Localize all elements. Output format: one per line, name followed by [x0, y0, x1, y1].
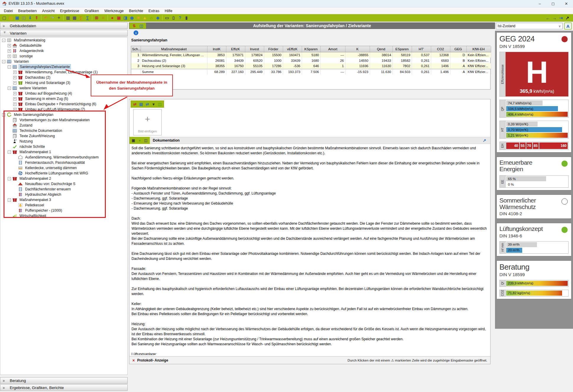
tree-item[interactable]: +Einbau Dachgaube + Fensterertüchtigung …	[0, 101, 127, 107]
record-icon[interactable]: ●	[109, 15, 115, 21]
back-icon[interactable]: ←	[545, 15, 551, 21]
house-check-icon[interactable]: ⌂	[148, 15, 154, 21]
tree-item[interactable]: Außendämmung, Wärmedämmverbundsystem	[0, 155, 127, 160]
clipboard-icon[interactable]: ▤	[138, 101, 144, 107]
tree-item[interactable]: Zustand	[0, 123, 127, 128]
undo-icon[interactable]: ↶	[43, 15, 49, 21]
sun-icon[interactable]: ☀	[135, 15, 141, 21]
column-header[interactable]: Invest	[245, 46, 264, 52]
efficiency-class-button[interactable]: A	[564, 22, 572, 30]
new-file-icon[interactable]: ▢	[1, 15, 7, 21]
menu-ansicht[interactable]: Ansicht	[39, 8, 57, 14]
collapse-icon[interactable]: -	[8, 87, 11, 90]
help-icon[interactable]: ?	[177, 15, 183, 21]
save-text-icon[interactable]: ▣	[131, 138, 136, 143]
menu-berichte[interactable]: Berichte	[126, 8, 146, 14]
column-header[interactable]: K	[345, 46, 370, 52]
sidebar-section-gebaeudedaten[interactable]: » Gebäudedaten	[0, 22, 128, 29]
table-row[interactable]: 2Dachausbau (2)2608134439605201000334391…	[131, 58, 491, 63]
table-row[interactable]: 3Heizung und Solaranlage (3)383551675055…	[131, 63, 491, 69]
copy-text-icon[interactable]: ◫	[143, 138, 149, 143]
report-data-icon[interactable]: ▦	[72, 15, 77, 21]
column-header[interactable]: Amort	[320, 46, 345, 52]
expand-icon[interactable]: +	[13, 103, 17, 106]
tree-item[interactable]: -Varianten	[0, 59, 127, 64]
tree-item[interactable]: Dachflächenfenster erneuern	[0, 187, 127, 192]
column-header[interactable]: Sch...	[131, 46, 141, 52]
tree-item[interactable]: Wirtschaftlichkeit	[0, 213, 127, 218]
state-selector[interactable]: Ist-Zustand ∨	[496, 23, 563, 29]
expand-icon[interactable]: +	[8, 49, 11, 53]
collapse-icon[interactable]: -	[2, 39, 5, 42]
variant-sync-icon[interactable]: ⇅	[131, 23, 137, 28]
open-file-icon[interactable]: ▤	[8, 15, 14, 21]
menu-datei[interactable]: Datei	[1, 8, 15, 14]
forward-icon[interactable]: →	[551, 15, 557, 21]
menu-extras[interactable]: Extras	[146, 8, 162, 14]
tree-item[interactable]: Pelletkessel	[0, 203, 127, 208]
close-button[interactable]: ✕	[560, 0, 573, 7]
tree-item[interactable]: +Anlagentechnik	[0, 48, 127, 54]
tree-item[interactable]: Texte Zukunft/Heizung	[0, 133, 127, 139]
collapse-icon[interactable]: -	[2, 60, 5, 63]
tree-item[interactable]: Kellerdecke, unterseitig dämmen	[0, 165, 127, 171]
globe-icon[interactable]: ◉	[129, 15, 135, 21]
column-header[interactable]: HT'	[412, 46, 431, 52]
image-placeholder[interactable]: + Bild einfügen	[133, 109, 162, 135]
table-row[interactable]: Summe68.289227.160295.44933.786193.3737.…	[131, 69, 491, 74]
tree-item[interactable]: Hydraulischer Abgleich	[0, 192, 127, 197]
table-row[interactable]: 1Wärmedämmung, Fenster, Lüftungsan ...38…	[131, 52, 491, 58]
dropdown-arrow-icon[interactable]: ▾	[151, 101, 156, 107]
goto-end-icon[interactable]: ⇥	[558, 15, 564, 21]
column-header[interactable]: EffizK	[226, 46, 245, 52]
expand-icon[interactable]: +	[13, 97, 17, 101]
collapse-icon[interactable]: -	[8, 177, 11, 180]
expand-icon[interactable]: +	[13, 76, 17, 79]
expand-icon[interactable]: +	[13, 71, 17, 74]
tree-item[interactable]: Neuaufbau von: Dachschräge S	[0, 181, 127, 187]
variant-window-icon[interactable]: ◫	[138, 23, 145, 28]
menu-ergebnisse[interactable]: Ergebnisse	[57, 8, 82, 14]
info-icon[interactable]: i	[134, 30, 138, 35]
transfer-variant-icon[interactable]: ⇄	[145, 101, 150, 107]
variants-table[interactable]: Sch...MaßnahmepaketInstKEffizKInvestFörd…	[131, 46, 491, 74]
tree-item[interactable]: +Sanierung in einem Zug (5)	[0, 96, 127, 101]
structure-icon[interactable]: ⊞	[94, 15, 100, 21]
tree-item[interactable]: -Maßnahmenkatalog	[0, 38, 127, 43]
tree-item[interactable]: +Umbau auf Luft/Luft-Wärmepumpe (7)	[0, 107, 127, 112]
column-header[interactable]: CO2	[431, 46, 450, 52]
tree-item[interactable]: Technische Dokumentation	[0, 128, 127, 133]
monitor-icon[interactable]: ▭	[164, 15, 170, 21]
tree-list-icon[interactable]: ≡	[100, 15, 106, 21]
redo-icon[interactable]: ↷	[49, 15, 55, 21]
maximize-button[interactable]: ◻	[546, 0, 560, 7]
expand-icon[interactable]: +	[13, 81, 17, 85]
column-header[interactable]: Maßnahmepaket	[141, 46, 207, 52]
menu-grafiken[interactable]: Grafiken	[82, 8, 102, 14]
collapse-icon[interactable]: -	[2, 113, 5, 116]
export-icon[interactable]: ⇑	[34, 15, 40, 21]
sidebar-section-varianten[interactable]: » Varianten	[0, 30, 128, 36]
collapse-icon[interactable]: -	[8, 150, 11, 154]
tree-item[interactable]: +Wärmedämmung, Fenster, Lüftungsanlage (…	[0, 69, 127, 75]
wizard-icon[interactable]: ＋	[56, 15, 62, 21]
import-icon[interactable]: ⇓	[27, 15, 33, 21]
expand-icon[interactable]: +	[8, 44, 11, 47]
tree-item[interactable]: -Maßnahmenpaket 2	[0, 176, 127, 181]
tree-item[interactable]: Vorbemerkungen zu den Maßnahmepaketen	[0, 117, 127, 123]
copy-image-icon[interactable]: ◫	[157, 101, 163, 107]
tree-item[interactable]: +Gebäudehülle	[0, 43, 127, 48]
tree-item[interactable]: -Maßnahmenpaket 1	[0, 149, 127, 155]
menu-werkzeuge[interactable]: Werkzeuge	[102, 8, 126, 14]
sum-blue-icon[interactable]: ∑	[85, 15, 90, 21]
menu-bearbeiten[interactable]: Bearbeiten	[15, 8, 39, 14]
sidebar-section-beratung[interactable]: » Beratung	[0, 377, 128, 384]
save-icon[interactable]: ▣	[14, 15, 20, 21]
collapse-icon[interactable]: -	[8, 65, 11, 69]
variants-icon[interactable]: ◨	[122, 15, 128, 21]
column-header[interactable]: ESparen	[392, 46, 412, 52]
video-icon[interactable]: ▣	[116, 15, 122, 21]
text-blocks-icon[interactable]: ●	[137, 138, 142, 143]
tree-item[interactable]: Nutzung	[0, 139, 127, 144]
kfw-bank-icon[interactable]: ◆	[155, 15, 161, 21]
